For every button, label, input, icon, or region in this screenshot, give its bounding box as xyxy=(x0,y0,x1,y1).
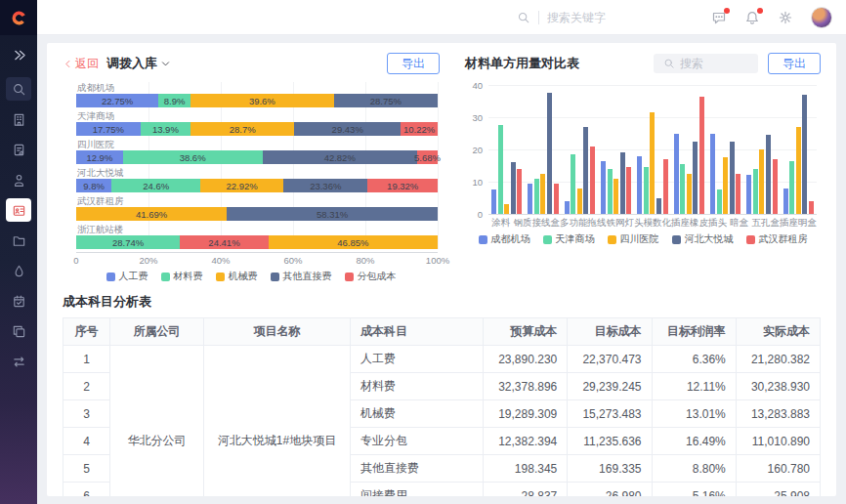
bar xyxy=(626,167,631,214)
bar-row: 成都机场22.75%8.9%39.6%28.75% xyxy=(76,82,438,107)
sidebar-item-copy-icon[interactable] xyxy=(6,319,31,343)
table-header-cell: 实际成本 xyxy=(736,318,820,346)
bar xyxy=(608,169,613,214)
table-cell: 13,283.883 xyxy=(736,400,820,428)
table-cell: 198.345 xyxy=(484,455,568,483)
global-search-input[interactable] xyxy=(547,11,655,24)
bar xyxy=(491,189,496,214)
sidebar-item-expand-icon[interactable] xyxy=(6,43,31,66)
bar-group xyxy=(562,127,598,214)
legend-item[interactable]: 其他直接费 xyxy=(271,270,332,283)
legend-item[interactable]: 武汉群租房 xyxy=(746,232,808,246)
x-axis-category-label: 五孔盒 xyxy=(752,217,781,230)
x-axis-category-label: 插座明盒 xyxy=(780,217,817,230)
bar xyxy=(613,179,618,214)
user-avatar[interactable] xyxy=(811,7,832,28)
back-button[interactable]: 返回 xyxy=(63,56,99,72)
gridline xyxy=(438,82,439,249)
table-cell: 15,273.483 xyxy=(568,400,652,428)
bar-segment: 19.32% xyxy=(367,179,437,192)
bar-groups xyxy=(488,86,817,215)
sidebar-item-approver-icon[interactable] xyxy=(6,168,31,191)
table-cell: 12.11% xyxy=(652,373,736,400)
transfer-inbound-panel: 返回 调拨入库 导出 成都机场22.75%8.9%39.6%28.75%天津商场… xyxy=(63,51,440,283)
chart-search-input[interactable] xyxy=(680,57,748,70)
bar xyxy=(590,147,595,214)
table-cell: 32,378.896 xyxy=(484,373,568,400)
bar xyxy=(809,201,814,214)
table-cell: 其他直接费 xyxy=(351,455,484,483)
legend-label: 人工费 xyxy=(119,270,148,283)
table-cell: 16.49% xyxy=(652,428,736,455)
legend-item[interactable]: 天津商场 xyxy=(543,232,595,246)
settings-button[interactable] xyxy=(778,10,793,25)
bar-segment: 28.74% xyxy=(76,235,180,249)
legend-label: 材料费 xyxy=(174,270,203,283)
bar-group xyxy=(707,134,743,215)
sidebar-item-drop-icon[interactable] xyxy=(6,259,31,282)
right-chart-title: 材料单方用量对比表 xyxy=(465,55,579,72)
sidebar-item-building-icon[interactable] xyxy=(6,107,31,131)
bar xyxy=(601,161,606,214)
legend-item[interactable]: 成都机场 xyxy=(479,232,530,246)
bar xyxy=(717,189,722,214)
legend-label: 四川医院 xyxy=(620,232,659,246)
bar-segment: 24.6% xyxy=(111,179,200,192)
bar-segment: 13.9% xyxy=(141,122,190,136)
legend-swatch-icon xyxy=(543,235,552,244)
bar xyxy=(746,175,751,214)
table-header-row: 序号所属公司项目名称成本科目预算成本目标成本目标利润率实际成本 xyxy=(63,318,821,346)
legend-swatch-icon xyxy=(672,235,681,244)
legend-item[interactable]: 机械费 xyxy=(216,270,258,283)
page-title-dropdown[interactable]: 调拨入库 xyxy=(106,55,171,72)
bar-group xyxy=(634,112,670,214)
sidebar-item-transfer-icon[interactable] xyxy=(6,350,31,373)
legend-item[interactable]: 四川医院 xyxy=(608,232,659,246)
project-cell: 河北大悦城1#地块项目 xyxy=(204,346,351,497)
bar xyxy=(528,184,532,214)
x-axis-category-label: 模数化插座 xyxy=(644,217,691,230)
sidebar-item-calendar-icon[interactable] xyxy=(6,289,31,313)
x-axis-tick: 40% xyxy=(211,255,230,266)
legend-label: 成都机场 xyxy=(491,232,530,246)
legend-item[interactable]: 分包成本 xyxy=(345,270,397,283)
bar xyxy=(517,169,522,214)
bar-segment: 17.75% xyxy=(76,122,141,136)
legend-item[interactable]: 材料费 xyxy=(161,270,203,283)
left-chart-legend: 人工费材料费机械费其他直接费分包成本 xyxy=(63,270,440,283)
export-button-left[interactable]: 导出 xyxy=(387,53,440,74)
bar xyxy=(773,159,778,214)
table-cell: 29,239.245 xyxy=(568,373,652,400)
bar xyxy=(736,174,740,214)
bar xyxy=(540,174,545,214)
legend-item[interactable]: 人工费 xyxy=(106,270,148,283)
app-logo[interactable] xyxy=(0,0,37,35)
bar-category-label: 浙江航站楼 xyxy=(77,224,438,234)
legend-swatch-icon xyxy=(345,273,354,281)
legend-item[interactable]: 河北大悦城 xyxy=(672,232,734,246)
grouped-bar-x-labels: 涂料钢质接线盒多功能拖线铁网灯头模数化插座橡皮插头暗盒五孔盒插座明盒 xyxy=(488,217,817,230)
bar xyxy=(498,125,503,214)
bar-segment: 24.41% xyxy=(180,235,268,249)
x-axis-category-label: 暗盒 xyxy=(727,217,752,230)
sidebar-item-search-icon[interactable] xyxy=(6,77,31,101)
bar-segment: 10.22% xyxy=(401,122,438,136)
chevron-down-icon xyxy=(160,59,171,69)
sidebar-item-document-icon[interactable] xyxy=(6,138,31,161)
y-axis-tick: 20 xyxy=(465,145,483,155)
y-axis-tick: 30 xyxy=(465,112,483,123)
notifications-button[interactable] xyxy=(744,10,760,25)
bar-segment: 5.68% xyxy=(417,150,438,164)
bar xyxy=(620,152,625,214)
table-title: 成本科目分析表 xyxy=(63,293,821,311)
messages-button[interactable] xyxy=(711,10,727,25)
search-icon[interactable] xyxy=(517,11,530,24)
bar-segment: 28.7% xyxy=(190,122,294,136)
notification-badge xyxy=(757,8,763,14)
table-cell: 13.01% xyxy=(652,400,736,428)
sidebar-item-idcard-icon[interactable] xyxy=(6,198,31,222)
export-button-right[interactable]: 导出 xyxy=(768,53,821,74)
sidebar-item-folder-icon[interactable] xyxy=(6,229,31,252)
left-panel-header: 返回 调拨入库 导出 xyxy=(63,51,440,76)
bar-group xyxy=(598,152,634,214)
